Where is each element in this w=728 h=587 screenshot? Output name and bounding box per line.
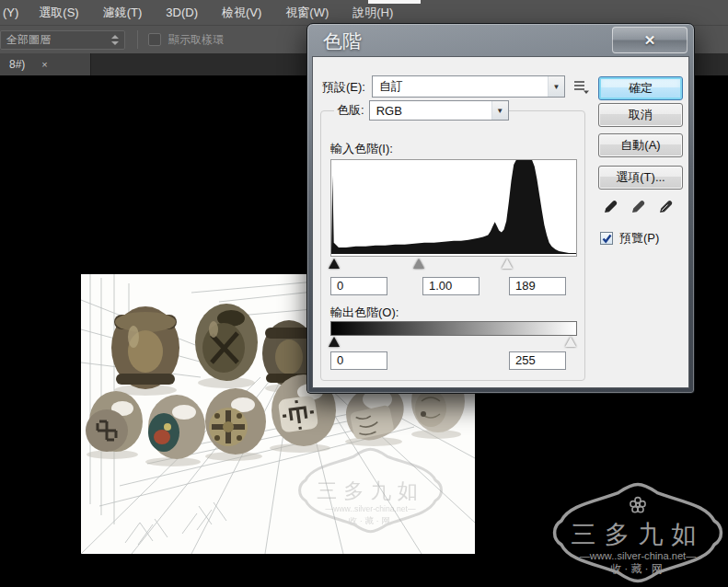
document-tab-label: 8#) <box>9 58 25 71</box>
preset-label: 預設(E): <box>322 79 365 96</box>
input-gamma-slider[interactable] <box>413 259 424 269</box>
close-icon: ✕ <box>644 32 656 49</box>
document-tab[interactable]: 8#) × <box>0 53 91 75</box>
menu-item-filter[interactable]: 濾鏡(T) <box>91 5 155 21</box>
toolbar-divider <box>137 30 138 49</box>
output-highlight-field[interactable]: 255 <box>509 351 566 370</box>
ring-2 <box>195 304 258 381</box>
input-gamma-field[interactable]: 1.00 <box>422 277 480 295</box>
output-slider-track <box>330 336 577 348</box>
channel-label: 色版: <box>334 102 369 119</box>
menu-item-3d[interactable]: 3D(D) <box>154 6 210 19</box>
menu-item-partial[interactable]: (Y) <box>0 6 27 19</box>
watermark-subtitle: 收·藏·网 <box>610 562 665 575</box>
chevron-down-icon: ▼ <box>491 101 508 120</box>
tab-close-icon[interactable]: × <box>41 59 47 70</box>
stepper-icon <box>111 35 119 45</box>
eyedropper-tools <box>602 197 676 215</box>
input-highlight-field[interactable]: 189 <box>509 277 566 295</box>
histogram <box>330 159 577 257</box>
watermark-url: —www..silver-china.net— <box>580 550 697 561</box>
gray-point-eyedropper-icon[interactable] <box>630 197 648 215</box>
input-shadow-field[interactable]: 0 <box>330 277 387 295</box>
options-button[interactable]: 選項(T)... <box>598 166 683 190</box>
watermark-title: 三多九如 <box>571 520 704 548</box>
preset-dropdown[interactable]: 自訂 ▼ <box>372 75 565 98</box>
layers-filter-dropdown[interactable]: 全部圖層 <box>0 30 125 50</box>
menu-item-view[interactable]: 檢視(V) <box>210 5 273 21</box>
sampler-checkbox-label: 顯示取樣環 <box>168 32 224 48</box>
preview-checkbox[interactable] <box>600 232 613 245</box>
input-shadow-slider[interactable] <box>329 259 340 269</box>
levels-dialog: 色階 ✕ 預設(E): 自訂 ▼ 確定 取消 自動(A) 選項(T)... <box>306 23 695 394</box>
channel-row: 色版: RGB ▼ <box>334 100 509 121</box>
output-shadow-slider[interactable] <box>329 337 340 347</box>
dialog-title[interactable]: 色階 <box>323 29 362 54</box>
menu-item-window[interactable]: 視窗(W) <box>273 5 341 21</box>
chevron-down-icon: ▼ <box>548 76 564 97</box>
ok-button[interactable]: 確定 <box>598 76 683 100</box>
output-highlight-slider[interactable] <box>565 337 576 347</box>
menu-item-select[interactable]: 選取(S) <box>27 5 90 21</box>
ring-1 <box>111 306 179 389</box>
layers-filter-value: 全部圖層 <box>6 32 51 48</box>
cancel-button[interactable]: 取消 <box>598 103 683 127</box>
input-levels-label: 輸入色階(I): <box>330 141 393 157</box>
dialog-close-button[interactable]: ✕ <box>612 27 688 53</box>
output-levels-label: 輸出色階(O): <box>330 305 399 321</box>
knot-emblem-icon <box>630 498 645 512</box>
output-gradient-bar <box>330 321 577 336</box>
preset-options-icon[interactable] <box>573 79 590 94</box>
ring-5 <box>148 395 205 459</box>
svg-text:—www..silver-china.net—: —www..silver-china.net— <box>326 504 416 513</box>
menu-item-help[interactable]: 說明(H) <box>341 5 405 21</box>
channel-dropdown[interactable]: RGB ▼ <box>369 100 509 121</box>
levels-groupbox: 色版: RGB ▼ 輸入色階(I): 0 1.00 189 輸出色階(O): <box>320 110 585 381</box>
sampler-checkbox[interactable] <box>148 33 161 46</box>
svg-text:三多九如: 三多九如 <box>317 479 424 502</box>
preview-label: 預覽(P) <box>619 230 659 247</box>
output-shadow-field[interactable]: 0 <box>330 351 387 370</box>
svg-text:收·藏·网: 收·藏·网 <box>349 515 393 525</box>
black-point-eyedropper-icon[interactable] <box>602 197 620 215</box>
background-window-sliver <box>368 0 421 4</box>
menu-bar: (Y) 選取(S) 濾鏡(T) 3D(D) 檢視(V) 視窗(W) 說明(H) <box>0 0 728 26</box>
show-sampler-rings-option[interactable]: 顯示取樣環 <box>148 32 224 48</box>
preview-check-icon <box>602 234 612 244</box>
auto-button[interactable]: 自動(A) <box>598 133 683 157</box>
input-slider-track <box>330 258 577 270</box>
preview-option: 預覽(P) <box>600 230 659 247</box>
preset-value: 自訂 <box>373 76 548 97</box>
site-watermark: 三多九如 —www..silver-china.net— 收·藏·网 <box>549 479 727 586</box>
input-highlight-slider[interactable] <box>502 259 513 269</box>
channel-value: RGB <box>370 101 491 120</box>
dialog-body: 預設(E): 自訂 ▼ 確定 取消 自動(A) 選項(T)... <box>312 56 689 388</box>
white-point-eyedropper-icon[interactable] <box>657 197 676 215</box>
ring-6 <box>205 388 266 455</box>
